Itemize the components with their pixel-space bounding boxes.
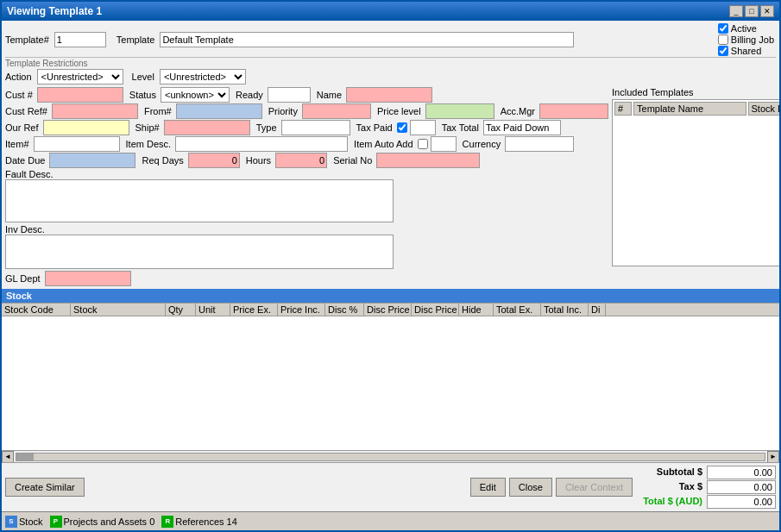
our-ref-input[interactable] bbox=[43, 120, 129, 135]
name-label: Name bbox=[317, 90, 343, 100]
fault-desc-area: Fault Desc. bbox=[5, 169, 394, 222]
stock-column-headers: Stock Code Stock Qty Unit Price Ex. Pric… bbox=[2, 304, 779, 316]
stock-col-total-inc: Total Inc. bbox=[541, 304, 589, 316]
level-label: Level bbox=[132, 72, 156, 82]
scrollbar[interactable] bbox=[16, 453, 765, 461]
shared-checkbox-row: Shared bbox=[718, 46, 776, 56]
scroll-area: ◄ ► bbox=[2, 450, 779, 462]
minimize-button[interactable]: _ bbox=[729, 5, 743, 17]
it-template-name-header: Template Name bbox=[633, 102, 746, 116]
template-hash-input[interactable] bbox=[54, 32, 106, 47]
inv-desc-area: Inv Desc. bbox=[5, 224, 394, 269]
scroll-left-arrow[interactable]: ◄ bbox=[2, 451, 14, 463]
stock-col-disc-price2: Disc Price bbox=[412, 304, 459, 316]
active-checkbox-row: Active bbox=[718, 23, 776, 34]
cust-ref-label: Cust Ref# bbox=[5, 106, 49, 116]
serial-no-label: Serial No bbox=[333, 155, 374, 166]
stock-col-code: Stock Code bbox=[2, 304, 71, 316]
stock-col-disc-pct: Disc % bbox=[325, 304, 364, 316]
tax-total-input[interactable] bbox=[483, 120, 561, 135]
type-input[interactable] bbox=[281, 120, 350, 135]
summary-panel: Subtotal $ 0.00 Tax $ 0.00 Total $ (AUD)… bbox=[639, 466, 776, 509]
inv-desc-row: Inv Desc. bbox=[5, 224, 608, 269]
tax-paid-checkbox[interactable] bbox=[397, 122, 407, 133]
stock-col-stock: Stock bbox=[71, 304, 166, 316]
included-templates-panel: Included Templates # Template Name Stock… bbox=[612, 87, 779, 287]
item-desc-input[interactable] bbox=[175, 136, 348, 152]
stock-col-unit: Unit bbox=[196, 304, 230, 316]
billing-job-checkbox[interactable] bbox=[718, 34, 728, 45]
date-due-input[interactable] bbox=[49, 153, 135, 168]
stock-col-disc-price1: Disc Price bbox=[364, 304, 412, 316]
name-input[interactable] bbox=[346, 87, 432, 103]
restrictions-label: Template Restrictions bbox=[5, 57, 776, 68]
req-days-label: Req Days bbox=[142, 155, 185, 166]
form-row-2: Cust Ref# From# Priority Price level Acc… bbox=[5, 103, 608, 119]
acc-mgr-input[interactable] bbox=[539, 103, 608, 119]
status-bar: S Stock P Projects and Assets 0 R Refere… bbox=[2, 511, 779, 530]
edit-button[interactable]: Edit bbox=[470, 478, 506, 497]
status-label: Status bbox=[129, 90, 158, 100]
template-value-input[interactable] bbox=[160, 32, 574, 47]
included-templates-label: Included Templates bbox=[612, 87, 696, 97]
scroll-right-arrow[interactable]: ► bbox=[767, 451, 779, 463]
billing-job-checkbox-row: Billing Job bbox=[718, 34, 776, 45]
ready-input[interactable] bbox=[268, 87, 311, 103]
close-button-bottom[interactable]: Close bbox=[509, 478, 552, 497]
action-select[interactable]: <Unrestricted> bbox=[37, 69, 123, 84]
active-checkbox[interactable] bbox=[718, 23, 728, 34]
stock-col-qty: Qty bbox=[166, 304, 196, 316]
references-status-item[interactable]: R References 14 bbox=[161, 516, 237, 528]
inv-desc-textarea[interactable] bbox=[5, 235, 394, 269]
type-label: Type bbox=[256, 122, 279, 133]
priority-input[interactable] bbox=[302, 103, 371, 119]
cust-hash-input[interactable] bbox=[37, 87, 123, 103]
req-days-input[interactable] bbox=[188, 153, 240, 168]
tax-paid-input[interactable] bbox=[410, 120, 436, 135]
inv-desc-label: Inv Desc. bbox=[5, 224, 394, 235]
tax-label: Tax $ bbox=[639, 480, 706, 494]
action-label: Action bbox=[5, 72, 34, 82]
ready-label: Ready bbox=[236, 90, 265, 100]
it-stock-lines-header: Stock Lines bbox=[748, 102, 780, 116]
shared-label: Shared bbox=[731, 46, 763, 56]
gl-dept-input[interactable] bbox=[45, 271, 131, 286]
shared-checkbox[interactable] bbox=[718, 46, 728, 56]
fault-desc-textarea[interactable] bbox=[5, 179, 394, 222]
subtotal-label: Subtotal $ bbox=[639, 466, 706, 479]
gl-dept-row: GL Dept bbox=[5, 271, 608, 286]
cust-ref-input[interactable] bbox=[52, 103, 138, 119]
top-row: Template# Template Active Billing Job Sh… bbox=[2, 21, 779, 56]
level-select[interactable]: <Unrestricted> bbox=[160, 69, 246, 84]
title-buttons: _ □ ✕ bbox=[729, 5, 774, 17]
form-row-1: Cust # Status <unknown> Ready Name bbox=[5, 87, 608, 103]
right-checkboxes: Active Billing Job Shared bbox=[718, 23, 776, 56]
item-label: Item# bbox=[5, 139, 31, 149]
clear-context-button[interactable]: Clear Context bbox=[556, 478, 633, 497]
subtotal-value: 0.00 bbox=[707, 466, 776, 479]
tax-paid-label: Tax Paid bbox=[356, 122, 394, 133]
item-auto-add-input[interactable] bbox=[431, 136, 457, 152]
maximize-button[interactable]: □ bbox=[745, 5, 759, 17]
references-status-label: References 14 bbox=[175, 516, 237, 527]
item-input[interactable] bbox=[34, 136, 120, 152]
item-auto-add-checkbox[interactable] bbox=[418, 139, 428, 149]
create-similar-button[interactable]: Create Similar bbox=[5, 478, 85, 497]
content-area: Template# Template Active Billing Job Sh… bbox=[2, 21, 779, 530]
from-input[interactable] bbox=[176, 103, 262, 119]
currency-input[interactable] bbox=[505, 136, 574, 152]
projects-status-item[interactable]: P Projects and Assets 0 bbox=[50, 516, 155, 528]
hours-input[interactable] bbox=[275, 153, 327, 168]
ship-input[interactable] bbox=[164, 120, 250, 135]
serial-no-input[interactable] bbox=[376, 153, 480, 168]
close-button[interactable]: ✕ bbox=[760, 5, 774, 17]
restrictions-row: Action <Unrestricted> Level <Unrestricte… bbox=[2, 68, 779, 85]
billing-job-label: Billing Job bbox=[731, 34, 776, 45]
form-row-3: Our Ref Ship# Type Tax Paid Tax Total bbox=[5, 120, 608, 135]
item-auto-add-label: Item Auto Add bbox=[354, 139, 415, 149]
price-level-input[interactable] bbox=[425, 103, 494, 119]
template-label: Template bbox=[117, 34, 157, 45]
stock-header: Stock bbox=[2, 289, 779, 303]
status-select[interactable]: <unknown> bbox=[161, 87, 230, 103]
stock-status-item[interactable]: S Stock bbox=[5, 516, 43, 528]
